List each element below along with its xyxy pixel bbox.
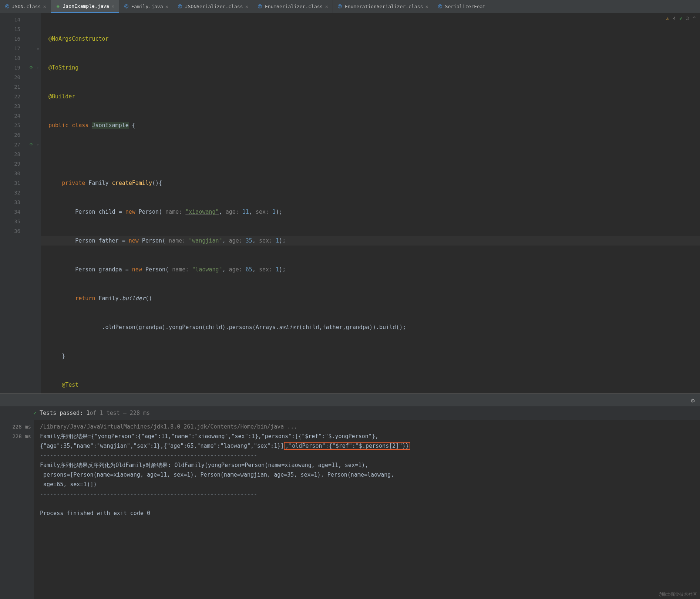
close-icon[interactable]: × — [425, 4, 428, 10]
fold-mark[interactable] — [35, 130, 41, 140]
fold-column[interactable]: ⊟⊟⊟ — [35, 13, 41, 393]
time-entry: 228 ms — [0, 432, 31, 441]
code-line — [41, 149, 700, 159]
gutter-line[interactable]: 34 — [0, 207, 35, 217]
fold-mark[interactable] — [35, 72, 41, 82]
close-icon[interactable]: × — [43, 4, 46, 10]
tab-enumserializer[interactable]: Ⓒ EnumSerializer.class × — [253, 0, 333, 13]
gutter-line[interactable]: 20 — [0, 72, 35, 82]
code-line: @NoArgsConstructor — [41, 34, 700, 44]
fold-mark[interactable] — [35, 226, 41, 236]
tab-label: SerializerFeat — [445, 4, 486, 9]
gutter-line[interactable]: 27⟳ — [0, 140, 35, 149]
tab-jsonexample[interactable]: ◉ JsonExample.java × — [51, 0, 120, 13]
fold-mark[interactable] — [35, 217, 41, 226]
class-icon: Ⓒ — [124, 4, 129, 9]
fold-mark[interactable]: ⊟ — [35, 140, 41, 149]
code-line: Person grandpa = new Person( name: "laow… — [41, 265, 700, 274]
fold-mark[interactable] — [35, 149, 41, 159]
gutter-line[interactable]: 36 — [0, 226, 35, 236]
code-line: @Builder — [41, 92, 700, 101]
gutter-line[interactable]: 30 — [0, 169, 35, 178]
console-exit: Process finished with exit code 0 — [40, 510, 150, 517]
close-icon[interactable]: × — [165, 4, 168, 10]
fold-mark[interactable] — [35, 121, 41, 130]
fold-mark[interactable] — [35, 53, 41, 63]
tab-serializerfeat[interactable]: Ⓒ SerializerFeat — [433, 0, 491, 13]
code-line: Person child = new Person( name: "xiaowa… — [41, 207, 700, 217]
run-gutter-icon[interactable]: ⟳ — [30, 140, 33, 149]
fold-mark[interactable] — [35, 82, 41, 92]
fold-mark[interactable]: ⊟ — [35, 63, 41, 72]
gutter-line[interactable]: 18 — [0, 53, 35, 63]
tab-enumerationserializer[interactable]: Ⓒ EnumerationSerializer.class × — [333, 0, 433, 13]
code-line: private Family createFamily(){ — [41, 178, 700, 188]
run-gutter-icon[interactable]: ⟳ — [30, 63, 33, 72]
fold-mark[interactable] — [35, 101, 41, 111]
inspections-widget[interactable]: ⚠4 ✔3 ^ — [666, 16, 696, 21]
gutter-line[interactable]: 23 — [0, 101, 35, 111]
run-tool-window: ⚙ ✓ Tests passed: 1 of 1 test – 228 ms 2… — [0, 393, 700, 599]
tab-jsonserializer[interactable]: Ⓒ JSONSerializer.class × — [173, 0, 253, 13]
fold-mark[interactable] — [35, 178, 41, 188]
console-line: Family序列化结果={"yongPerson":{"age":11,"nam… — [40, 433, 378, 440]
code-line: public class JsonExample { — [41, 121, 700, 130]
console-line: {"age":35,"name":"wangjian","sex":1},{"a… — [40, 443, 284, 449]
class-icon: Ⓒ — [438, 4, 443, 9]
gutter-line[interactable]: 17 — [0, 44, 35, 53]
code-area[interactable]: @NoArgsConstructor @ToString @Builder pu… — [41, 13, 700, 393]
fold-mark[interactable] — [35, 15, 41, 24]
fold-mark[interactable] — [35, 92, 41, 101]
gutter-line[interactable]: 16 — [0, 34, 35, 44]
close-icon[interactable]: × — [111, 3, 114, 9]
tests-summary-text: of 1 test – 228 ms — [90, 410, 150, 416]
code-line-active: Person father = new Person( name: "wangj… — [41, 236, 700, 246]
tab-label: JSON.class — [12, 4, 41, 9]
gutter-line[interactable]: 29 — [0, 159, 35, 169]
console-cmd: /Library/Java/JavaVirtualMachines/jdk1.8… — [40, 423, 297, 430]
gutter-line[interactable]: 15 — [0, 24, 35, 34]
gear-icon[interactable]: ⚙ — [691, 396, 695, 404]
check-icon: ✓ — [33, 410, 37, 416]
gutter-line[interactable]: 19⟳ — [0, 63, 35, 72]
class-icon: Ⓒ — [258, 4, 263, 9]
gutter-line[interactable]: 25 — [0, 121, 35, 130]
tab-family[interactable]: Ⓒ Family.java × — [119, 0, 173, 13]
console-line: ----------------------------------------… — [40, 452, 257, 459]
gutter-line[interactable]: 21 — [0, 82, 35, 92]
fold-mark[interactable] — [35, 188, 41, 197]
close-icon[interactable]: × — [325, 4, 328, 10]
fold-mark[interactable] — [35, 197, 41, 207]
class-icon: Ⓒ — [337, 4, 343, 9]
fold-mark[interactable] — [35, 207, 41, 217]
chevron-up-icon[interactable]: ^ — [693, 16, 696, 21]
gutter-line[interactable]: 26 — [0, 130, 35, 140]
fold-mark[interactable] — [35, 169, 41, 178]
tab-label: JsonExample.java — [63, 3, 109, 9]
fold-mark[interactable]: ⊟ — [35, 44, 41, 53]
console-output[interactable]: /Library/Java/JavaVirtualMachines/jdk1.8… — [34, 420, 700, 599]
gutter-line[interactable]: 22 — [0, 92, 35, 101]
watermark: @稀土掘金技术社区 — [659, 591, 697, 598]
ok-count: 3 — [686, 16, 689, 21]
gutter-line[interactable]: 31 — [0, 178, 35, 188]
code-line: .oldPerson(grandpa).yongPerson(child).pe… — [41, 322, 700, 332]
fold-mark[interactable] — [35, 111, 41, 121]
close-icon[interactable]: × — [245, 4, 248, 10]
fold-mark[interactable] — [35, 34, 41, 44]
tab-json-class[interactable]: Ⓒ JSON.class × — [0, 0, 51, 13]
line-gutter[interactable]: 141516171819⟳2021222324252627⟳2829303132… — [0, 13, 35, 393]
gutter-line[interactable]: 24 — [0, 111, 35, 121]
tab-label: EnumerationSerializer.class — [345, 4, 423, 9]
warning-icon: ⚠ — [666, 16, 669, 21]
gutter-line[interactable]: 32 — [0, 188, 35, 197]
tab-label: Family.java — [131, 4, 163, 9]
java-icon: ◉ — [55, 4, 61, 9]
code-editor[interactable]: ⚠4 ✔3 ^ 141516171819⟳2021222324252627⟳28… — [0, 13, 700, 393]
gutter-line[interactable]: 14 — [0, 15, 35, 24]
fold-mark[interactable] — [35, 24, 41, 34]
gutter-line[interactable]: 33 — [0, 197, 35, 207]
gutter-line[interactable]: 28 — [0, 149, 35, 159]
gutter-line[interactable]: 35 — [0, 217, 35, 226]
fold-mark[interactable] — [35, 159, 41, 169]
